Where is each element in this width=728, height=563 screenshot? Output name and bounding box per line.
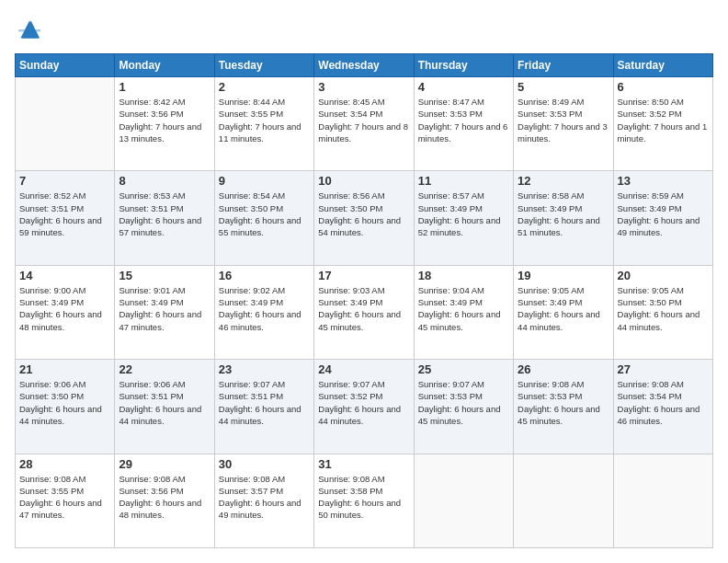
calendar-cell: 12Sunrise: 8:58 AM Sunset: 3:49 PM Dayli…	[514, 171, 613, 265]
day-number: 8	[119, 174, 210, 188]
day-info: Sunrise: 9:06 AM Sunset: 3:51 PM Dayligh…	[119, 378, 210, 427]
calendar-cell: 28Sunrise: 9:08 AM Sunset: 3:55 PM Dayli…	[16, 454, 115, 547]
calendar-cell: 2Sunrise: 8:44 AM Sunset: 3:55 PM Daylig…	[214, 77, 313, 171]
day-number: 14	[19, 269, 110, 282]
calendar-cell: 23Sunrise: 9:07 AM Sunset: 3:51 PM Dayli…	[214, 360, 313, 454]
day-info: Sunrise: 9:08 AM Sunset: 3:55 PM Dayligh…	[19, 473, 110, 522]
day-info: Sunrise: 8:53 AM Sunset: 3:51 PM Dayligh…	[119, 190, 210, 238]
day-info: Sunrise: 9:08 AM Sunset: 3:56 PM Dayligh…	[119, 473, 210, 522]
day-number: 16	[219, 269, 310, 282]
day-info: Sunrise: 9:05 AM Sunset: 3:49 PM Dayligh…	[518, 284, 609, 333]
day-info: Sunrise: 8:44 AM Sunset: 3:55 PM Dayligh…	[219, 96, 310, 144]
day-number: 26	[518, 362, 609, 376]
calendar-header-wednesday: Wednesday	[314, 54, 414, 77]
day-info: Sunrise: 8:59 AM Sunset: 3:49 PM Dayligh…	[618, 190, 709, 238]
day-info: Sunrise: 9:02 AM Sunset: 3:49 PM Dayligh…	[219, 284, 310, 333]
calendar-header-sunday: Sunday	[16, 54, 115, 77]
day-number: 3	[318, 80, 409, 94]
calendar-header-saturday: Saturday	[613, 54, 712, 77]
day-number: 20	[618, 269, 709, 282]
day-number: 17	[318, 269, 409, 282]
day-number: 18	[418, 269, 509, 282]
header	[15, 15, 713, 44]
day-info: Sunrise: 9:07 AM Sunset: 3:53 PM Dayligh…	[418, 378, 509, 427]
day-number: 13	[618, 174, 709, 188]
day-info: Sunrise: 9:06 AM Sunset: 3:50 PM Dayligh…	[19, 378, 110, 427]
calendar-cell: 16Sunrise: 9:02 AM Sunset: 3:49 PM Dayli…	[214, 265, 313, 359]
svg-rect-2	[18, 29, 40, 31]
calendar-cell	[514, 454, 613, 547]
day-info: Sunrise: 9:07 AM Sunset: 3:52 PM Dayligh…	[318, 378, 409, 427]
day-info: Sunrise: 8:42 AM Sunset: 3:56 PM Dayligh…	[119, 96, 210, 144]
calendar-cell: 9Sunrise: 8:54 AM Sunset: 3:50 PM Daylig…	[214, 171, 313, 265]
day-info: Sunrise: 8:47 AM Sunset: 3:53 PM Dayligh…	[418, 96, 509, 144]
day-info: Sunrise: 8:54 AM Sunset: 3:50 PM Dayligh…	[219, 190, 310, 238]
calendar-week-row: 21Sunrise: 9:06 AM Sunset: 3:50 PM Dayli…	[16, 360, 713, 454]
calendar-cell: 25Sunrise: 9:07 AM Sunset: 3:53 PM Dayli…	[414, 360, 513, 454]
day-number: 31	[318, 457, 409, 471]
calendar-cell: 29Sunrise: 9:08 AM Sunset: 3:56 PM Dayli…	[115, 454, 214, 547]
day-info: Sunrise: 9:03 AM Sunset: 3:49 PM Dayligh…	[318, 284, 409, 333]
logo-icon	[15, 15, 44, 44]
calendar-cell	[414, 454, 513, 547]
day-number: 2	[219, 80, 310, 94]
day-number: 11	[418, 174, 509, 188]
day-number: 21	[19, 362, 110, 376]
calendar-cell: 10Sunrise: 8:56 AM Sunset: 3:50 PM Dayli…	[314, 171, 414, 265]
calendar-cell	[16, 77, 115, 171]
calendar-cell: 4Sunrise: 8:47 AM Sunset: 3:53 PM Daylig…	[414, 77, 513, 171]
day-number: 5	[518, 80, 609, 94]
calendar-cell: 26Sunrise: 9:08 AM Sunset: 3:53 PM Dayli…	[514, 360, 613, 454]
day-info: Sunrise: 8:56 AM Sunset: 3:50 PM Dayligh…	[318, 190, 409, 238]
calendar-cell: 5Sunrise: 8:49 AM Sunset: 3:53 PM Daylig…	[514, 77, 613, 171]
day-number: 6	[618, 80, 709, 94]
day-number: 30	[219, 457, 310, 471]
logo	[15, 15, 48, 44]
calendar-cell: 14Sunrise: 9:00 AM Sunset: 3:49 PM Dayli…	[16, 265, 115, 359]
calendar-week-row: 14Sunrise: 9:00 AM Sunset: 3:49 PM Dayli…	[16, 265, 713, 359]
calendar-cell: 27Sunrise: 9:08 AM Sunset: 3:54 PM Dayli…	[613, 360, 712, 454]
day-number: 9	[219, 174, 310, 188]
calendar-cell: 17Sunrise: 9:03 AM Sunset: 3:49 PM Dayli…	[314, 265, 414, 359]
calendar-cell: 31Sunrise: 9:08 AM Sunset: 3:58 PM Dayli…	[314, 454, 414, 547]
calendar-cell: 3Sunrise: 8:45 AM Sunset: 3:54 PM Daylig…	[314, 77, 414, 171]
day-info: Sunrise: 9:07 AM Sunset: 3:51 PM Dayligh…	[219, 378, 310, 427]
calendar-cell: 22Sunrise: 9:06 AM Sunset: 3:51 PM Dayli…	[115, 360, 214, 454]
calendar-cell	[613, 454, 712, 547]
day-number: 23	[219, 362, 310, 376]
calendar-header-thursday: Thursday	[414, 54, 513, 77]
day-number: 7	[19, 174, 110, 188]
day-info: Sunrise: 9:08 AM Sunset: 3:53 PM Dayligh…	[518, 378, 609, 427]
day-number: 10	[318, 174, 409, 188]
calendar-cell: 18Sunrise: 9:04 AM Sunset: 3:49 PM Dayli…	[414, 265, 513, 359]
day-info: Sunrise: 9:08 AM Sunset: 3:54 PM Dayligh…	[618, 378, 709, 427]
day-info: Sunrise: 8:45 AM Sunset: 3:54 PM Dayligh…	[318, 96, 409, 144]
calendar-cell: 15Sunrise: 9:01 AM Sunset: 3:49 PM Dayli…	[115, 265, 214, 359]
calendar-week-row: 28Sunrise: 9:08 AM Sunset: 3:55 PM Dayli…	[16, 454, 713, 547]
day-number: 29	[119, 457, 210, 471]
day-number: 1	[119, 80, 210, 94]
day-number: 12	[518, 174, 609, 188]
calendar-cell: 1Sunrise: 8:42 AM Sunset: 3:56 PM Daylig…	[115, 77, 214, 171]
day-number: 4	[418, 80, 509, 94]
day-number: 19	[518, 269, 609, 282]
day-info: Sunrise: 8:50 AM Sunset: 3:52 PM Dayligh…	[618, 96, 709, 144]
day-number: 25	[418, 362, 509, 376]
calendar-cell: 21Sunrise: 9:06 AM Sunset: 3:50 PM Dayli…	[16, 360, 115, 454]
day-number: 15	[119, 269, 210, 282]
calendar-cell: 11Sunrise: 8:57 AM Sunset: 3:49 PM Dayli…	[414, 171, 513, 265]
day-info: Sunrise: 9:08 AM Sunset: 3:57 PM Dayligh…	[219, 473, 310, 522]
calendar-week-row: 1Sunrise: 8:42 AM Sunset: 3:56 PM Daylig…	[16, 77, 713, 171]
calendar-cell: 6Sunrise: 8:50 AM Sunset: 3:52 PM Daylig…	[613, 77, 712, 171]
day-info: Sunrise: 9:05 AM Sunset: 3:50 PM Dayligh…	[618, 284, 709, 333]
day-info: Sunrise: 8:49 AM Sunset: 3:53 PM Dayligh…	[518, 96, 609, 144]
calendar-header-friday: Friday	[514, 54, 613, 77]
calendar-header-monday: Monday	[115, 54, 214, 77]
day-info: Sunrise: 8:52 AM Sunset: 3:51 PM Dayligh…	[19, 190, 110, 238]
calendar-cell: 19Sunrise: 9:05 AM Sunset: 3:49 PM Dayli…	[514, 265, 613, 359]
calendar-cell: 8Sunrise: 8:53 AM Sunset: 3:51 PM Daylig…	[115, 171, 214, 265]
day-info: Sunrise: 8:58 AM Sunset: 3:49 PM Dayligh…	[518, 190, 609, 238]
day-info: Sunrise: 9:08 AM Sunset: 3:58 PM Dayligh…	[318, 473, 409, 522]
calendar-header-row: SundayMondayTuesdayWednesdayThursdayFrid…	[16, 54, 713, 77]
page: SundayMondayTuesdayWednesdayThursdayFrid…	[0, 0, 728, 563]
